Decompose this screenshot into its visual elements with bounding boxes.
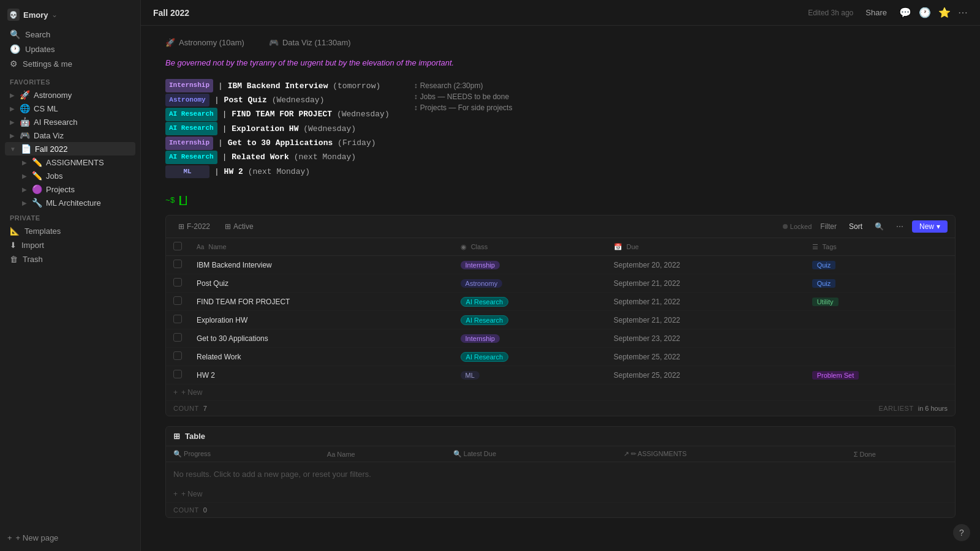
grid-icon: ⊞	[178, 222, 184, 231]
row-checkbox[interactable]	[173, 333, 182, 342]
db1-more-btn[interactable]: ⋯	[892, 221, 907, 232]
agenda-text-3: | Exploration HW (Wednesday)	[222, 122, 356, 136]
sidebar-item-templates[interactable]: 📐 Templates	[5, 224, 135, 238]
table-row[interactable]: IBM Backend Interview Internship Septemb…	[166, 256, 955, 274]
agenda-item-3: AI Research | Exploration HW (Wednesday)	[165, 122, 390, 136]
sidebar-item-data-viz[interactable]: ▶ 🎮 Data Viz	[5, 129, 135, 142]
row-class: AI Research	[453, 293, 606, 311]
sidebar-item-astronomy[interactable]: ▶ 🚀 Astronomy	[5, 88, 135, 102]
templates-icon: 📐	[10, 227, 20, 236]
topbar-actions: Edited 3h ago Share 💬 🕐 ⭐ ⋯	[808, 6, 968, 19]
row-due: September 21, 2022	[606, 274, 805, 293]
history-icon[interactable]: 🕐	[919, 7, 931, 18]
db1-tab-f2022[interactable]: ⊞ F-2022	[173, 220, 215, 233]
db2-add-row[interactable]: + + New	[166, 486, 955, 502]
ai-emoji: 🤖	[20, 117, 30, 127]
table-row[interactable]: Post Quiz Astronomy September 21, 2022 Q…	[166, 274, 955, 293]
row-class: Internship	[453, 256, 606, 274]
sidebar-item-projects[interactable]: ▶ 🟣 Projects	[5, 182, 135, 196]
row-class: Astronomy	[453, 274, 606, 293]
updates-icon: 🕐	[10, 44, 20, 54]
db1-tab-active[interactable]: ⊞ Active	[220, 220, 258, 233]
db2-add-label: + New	[181, 490, 202, 498]
sigma-icon: Σ	[854, 451, 858, 458]
table-row[interactable]: Exploration HW AI Research September 21,…	[166, 311, 955, 329]
latest-due-icon: 🔍	[453, 450, 462, 457]
progress-col: 🔍 Progress	[166, 446, 320, 462]
sidebar-item-search[interactable]: 🔍 Search	[5, 27, 135, 42]
sidebar-item-fall-2022[interactable]: ▼ 📄 Fall 2022	[5, 142, 135, 156]
sidebar-link-projects[interactable]: ↕ Projects — For side projects	[414, 103, 513, 112]
data-viz-cal-text: Data Viz (11:30am)	[282, 38, 351, 47]
row-checkbox[interactable]	[173, 278, 182, 287]
sidebar-item-ai-label: AI Research	[34, 118, 130, 127]
sidebar-item-ml-arch[interactable]: ▶ 🔧 ML Architecture	[5, 196, 135, 209]
class-col-icon: ◉	[461, 243, 467, 250]
more-icon[interactable]: ⋯	[958, 7, 968, 18]
sidebar-item-cs-ml[interactable]: ▶ 🌐 CS ML	[5, 102, 135, 115]
filter-button[interactable]: Filter	[816, 221, 840, 232]
db1-new-label: New	[919, 222, 934, 231]
terminal-prompt: ~$ █	[165, 196, 956, 205]
db1-tab-active-label: Active	[233, 222, 254, 231]
sidebar-item-data-viz-label: Data Viz	[34, 131, 130, 140]
db2-table: 🔍 Progress Aa Name 🔍 Latest Due ↗	[166, 446, 955, 462]
locked-badge: Locked	[783, 223, 812, 230]
table-row[interactable]: Get to 30 Applications Internship Septem…	[166, 329, 955, 348]
sidebar-item-settings[interactable]: ⚙ Settings & me	[5, 56, 135, 71]
grid-icon: ⊞	[225, 222, 231, 231]
plus-icon: +	[173, 388, 178, 397]
row-checkbox[interactable]	[173, 296, 182, 305]
sort-button[interactable]: Sort	[845, 221, 866, 232]
sidebar-link-jobs[interactable]: ↕ Jobs — NEEDS to be done	[414, 92, 513, 101]
favorites-list: ▶ 🚀 Astronomy ▶ 🌐 CS ML ▶ 🤖 AI Research …	[0, 88, 140, 209]
row-name: HW 2	[189, 366, 453, 384]
row-checkbox[interactable]	[173, 370, 182, 378]
new-page-button[interactable]: + + New page	[0, 530, 140, 546]
agenda-item-6: ML | HW 2 (next Monday)	[165, 165, 390, 179]
row-checkbox[interactable]	[173, 351, 182, 360]
sidebar-item-assignments[interactable]: ▶ ✏️ ASSIGNMENTS	[5, 156, 135, 169]
new-page-label: + New page	[16, 533, 59, 542]
agenda-item-4: Internship | Get to 30 Applications (Fri…	[165, 136, 390, 150]
row-checkbox[interactable]	[173, 260, 182, 268]
db1-search-icon[interactable]: 🔍	[871, 221, 888, 232]
table-row[interactable]: FIND TEAM FOR PROJECT AI Research Septem…	[166, 293, 955, 311]
page-title: Fall 2022	[153, 8, 189, 18]
assignments-col: ↗ ✏ ASSIGNMENTS	[616, 446, 846, 462]
agenda-item-0: Internship | IBM Backend Interview (tomo…	[165, 79, 390, 93]
star-icon[interactable]: ⭐	[938, 7, 951, 18]
jobs-emoji: ✏️	[32, 171, 42, 181]
table-row[interactable]: Related Work AI Research September 25, 2…	[166, 348, 955, 366]
trash-icon: 🗑	[10, 255, 18, 264]
locked-label: Locked	[790, 223, 812, 230]
row-tag	[805, 329, 955, 348]
select-all-checkbox[interactable]	[173, 242, 182, 250]
help-button[interactable]: ?	[953, 524, 970, 541]
name-icon2: Aa	[327, 451, 335, 458]
db1-add-row[interactable]: + + New	[166, 384, 955, 400]
sidebar-item-trash[interactable]: 🗑 Trash	[5, 252, 135, 266]
tags-col-icon: ☰	[812, 243, 818, 250]
arrow-icon: ▶	[10, 119, 15, 126]
sidebar-item-jobs-label: Jobs	[46, 171, 130, 181]
db1-count: COUNT 7	[173, 405, 207, 412]
row-checkbox[interactable]	[173, 315, 182, 323]
main-content: Fall 2022 Edited 3h ago Share 💬 🕐 ⭐ ⋯ 🚀 …	[141, 0, 980, 551]
workspace-icon: 💀	[7, 9, 20, 21]
sidebar-item-ai-research[interactable]: ▶ 🤖 AI Research	[5, 115, 135, 129]
comment-icon[interactable]: 💬	[899, 7, 911, 18]
sidebar-link-research[interactable]: ↕ Research (2:30pm)	[414, 81, 513, 90]
agenda-text-4: | Get to 30 Applications (Friday)	[218, 136, 375, 150]
table-row[interactable]: HW 2 ML September 25, 2022 Problem Set	[166, 366, 955, 384]
sidebar-item-jobs[interactable]: ▶ ✏️ Jobs	[5, 169, 135, 182]
workspace-header[interactable]: 💀 Emory ⌄	[0, 5, 140, 24]
agenda-item-5: AI Research | Related Work (next Monday)	[165, 150, 390, 164]
share-button[interactable]: Share	[861, 6, 892, 19]
sidebar-item-import[interactable]: ⬇ Import	[5, 238, 135, 252]
private-list: 📐 Templates ⬇ Import 🗑 Trash	[0, 224, 140, 266]
row-name: Exploration HW	[189, 311, 453, 329]
sidebar-item-updates[interactable]: 🕐 Updates	[5, 42, 135, 56]
db1-new-button[interactable]: New ▾	[912, 220, 948, 233]
row-due: September 25, 2022	[606, 348, 805, 366]
